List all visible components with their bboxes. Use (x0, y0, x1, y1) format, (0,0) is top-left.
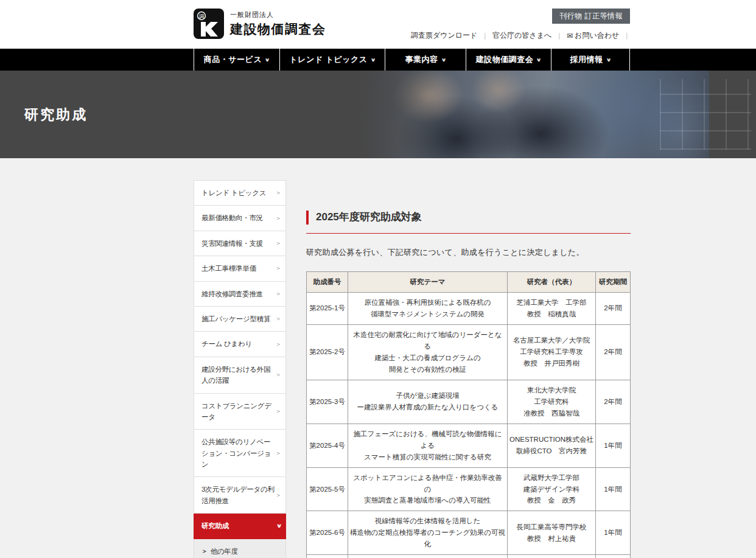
table-row: 第2025-6号視線情報等の生体情報を活用した 構造物の定期点検指導者のコーチン… (307, 511, 631, 555)
utility-link-2[interactable]: 官公庁の皆さまへ (492, 30, 551, 41)
chevron-right-icon: ＞ (275, 263, 281, 273)
sidebar-item-5[interactable]: 維持改修調査委推進＞ (194, 282, 286, 307)
chevron-right-icon: ＞ (275, 239, 281, 248)
grant-no-cell: 第2025-7号 (307, 555, 348, 558)
corrections-badge[interactable]: 刊行物 訂正等情報 (552, 9, 630, 24)
logo-text: 一般財団法人 建設物価調査会 (230, 10, 326, 38)
sidebar-item-10[interactable]: 公共施設等のリノベーション・コンバージョン＞ (194, 430, 286, 477)
nav-item-label: 建設物価調査会 (476, 54, 534, 65)
chevron-down-icon: ∨ (265, 57, 271, 63)
header-inner: 調 一般財団法人 建設物価調査会 刊行物 訂正等情報 調査票ダウンロード｜官公庁… (194, 0, 630, 49)
site-header: 調 一般財団法人 建設物価調査会 刊行物 訂正等情報 調査票ダウンロード｜官公庁… (0, 0, 756, 49)
chevron-right-icon: ＞ (275, 448, 281, 458)
sidebar-item-label: 研究助成 (201, 522, 229, 529)
nav-item-label: 事業内容 (405, 54, 438, 65)
utility-nav: 調査票ダウンロード｜官公庁の皆さまへ｜✉お問い合わせ｜ (411, 30, 630, 41)
chevron-right-icon: ＞ (275, 289, 281, 299)
period-cell: 2年間 (596, 324, 631, 380)
sidebar-item-label: 最新価格動向・市況 (201, 214, 263, 221)
table-row: 第2025-2号木造住宅の耐震化に向けて地域のリーダーとなる 建築士・大工の養成… (307, 324, 631, 380)
sidebar-item-4[interactable]: 土木工事標準単価＞ (194, 256, 286, 281)
nav-item-5[interactable]: 採用情報∨ (551, 49, 630, 71)
researcher-cell: 長岡工業高等専門学校 教授 村上祐貴 (508, 511, 596, 555)
researcher-cell: 芝浦工業大学 工学部 教授 稲積真哉 (508, 292, 596, 324)
sidebar-item-label: 他の年度 (211, 546, 238, 557)
col-header-period: 研究期間 (596, 271, 631, 292)
nav-item-label: トレンド トピックス (289, 54, 367, 65)
grant-no-cell: 第2025-4号 (307, 424, 348, 467)
utility-link-3[interactable]: ✉お問い合わせ (567, 30, 619, 41)
period-cell: 1年間 (596, 467, 631, 511)
utility-link-1[interactable]: 調査票ダウンロード (411, 30, 477, 41)
grant-table: 助成番号 研究テーマ 研究者（代表） 研究期間 第2025-1号原位置補強・再利… (306, 271, 631, 558)
sidebar-item-label: 公共施設等のリノベーション・コンバージョン (201, 438, 271, 468)
sidebar-item-7[interactable]: チーム ひまわり＞ (194, 332, 286, 357)
theme-cell: 視線情報等の生体情報を活用した 構造物の定期点検指導者のコーチング効果の可視化 (348, 511, 508, 555)
hero-banner: 研究助成 (0, 71, 756, 158)
nav-list: 商品・サービス∨トレンド トピックス∨事業内容∨建設物価調査会∨採用情報∨ (194, 49, 630, 71)
sidebar-item-11[interactable]: 3次元モデルデータの利活用推進＞ (194, 477, 286, 514)
grant-no-cell: 第2025-1号 (307, 292, 348, 324)
grant-no-cell: 第2025-6号 (307, 511, 348, 555)
hero-collage-overlay (660, 79, 751, 150)
nav-item-2[interactable]: トレンド トピックス∨ (279, 49, 385, 71)
grant-no-cell: 第2025-5号 (307, 467, 348, 511)
nav-item-1[interactable]: 商品・サービス∨ (194, 49, 279, 71)
sidebar-item-3[interactable]: 災害関連情報・支援＞ (194, 231, 286, 256)
table-row: 第2025-3号子供が遊ぶ建築現場 ー建設業界人材育成の新たな入り口をつくる東北… (307, 380, 631, 424)
theme-cell: 施工フェーズにおける、機械可読な物価情報による スマート積算の実現可能性に関する… (348, 424, 508, 467)
chevron-right-icon: ＞ (275, 406, 281, 416)
sidebar-item-6[interactable]: 施工パッケージ型積算＞ (194, 307, 286, 332)
content-area: トレンド トピックス＞最新価格動向・市況＞災害関連情報・支援＞土木工事標準単価＞… (194, 158, 630, 558)
svg-text:調: 調 (199, 13, 205, 19)
chevron-right-icon: ＞ (275, 214, 281, 223)
intro-text: 研究助成公募を行い、下記研究について、助成を行うことに決定しました。 (306, 247, 631, 258)
period-cell: 2年間 (596, 292, 631, 324)
grant-table-head: 助成番号 研究テーマ 研究者（代表） 研究期間 (307, 271, 631, 292)
section-title: 2025年度研究助成対象 (306, 207, 631, 234)
separator: ｜ (481, 31, 488, 40)
sidebar-item-12[interactable]: 研究助成∨ (194, 514, 286, 539)
mail-icon: ✉ (567, 32, 573, 40)
header-right: 刊行物 訂正等情報 調査票ダウンロード｜官公庁の皆さまへ｜✉お問い合わせ｜ (411, 0, 630, 49)
sidebar-item-8[interactable]: 建設分野における外国人の活躍＞ (194, 357, 286, 394)
chevron-down-icon: ∨ (370, 57, 376, 63)
period-cell: 2年間 (596, 555, 631, 558)
chevron-right-icon: ＞ (275, 314, 281, 324)
chevron-down-icon: ∨ (606, 57, 612, 63)
theme-cell: 原位置補強・再利用技術による既存杭の 循環型マネジメントシステムの開発 (348, 292, 508, 324)
chevron-right-icon: ＞ (275, 490, 281, 500)
researcher-cell: ONESTRUCTION株式会社 取締役CTO 宮内芳雅 (508, 424, 596, 467)
period-cell: 1年間 (596, 511, 631, 555)
org-name: 建設物価調査会 (230, 21, 326, 38)
nav-item-label: 商品・サービス (204, 54, 262, 65)
table-row: 第2025-4号施工フェーズにおける、機械可読な物価情報による スマート積算の実… (307, 424, 631, 467)
sidebar-item-label: チーム ひまわり (201, 340, 252, 347)
chevron-down-icon: ∨ (276, 521, 282, 530)
grant-no-cell: 第2025-3号 (307, 380, 348, 424)
grant-no-cell: 第2025-2号 (307, 324, 348, 380)
chevron-right-icon: ＞ (275, 340, 281, 349)
researcher-cell: 東北大学大学院 工学研究科 准教授 西脇智哉 (508, 380, 596, 424)
table-row: 第2025-5号スポットエアコンによる熱中症・作業効率改善の 実態調査と蒸暑地域… (307, 467, 631, 511)
sidebar-item-1[interactable]: トレンド トピックス＞ (194, 180, 286, 206)
researcher-cell: 東北大学 タフ・サイバーフィジカル AI研究センター センター長 大野和則 (508, 555, 596, 558)
sidebar-item-9[interactable]: コストプランニングデータ＞ (194, 394, 286, 430)
nav-item-3[interactable]: 事業内容∨ (385, 49, 466, 71)
section-title-text: 2025年度研究助成対象 (306, 211, 422, 225)
sidebar-item-label: 災害関連情報・支援 (201, 240, 263, 247)
col-header-grant-no: 助成番号 (307, 271, 348, 292)
sidebar-item-13[interactable]: ＞他の年度 (194, 539, 286, 558)
hero-photo (358, 71, 709, 158)
grant-table-header-row: 助成番号 研究テーマ 研究者（代表） 研究期間 (307, 271, 631, 292)
site-logo[interactable]: 調 一般財団法人 建設物価調査会 (194, 8, 326, 40)
theme-cell: 可搬型の自走式コンクリート 3Dプリンタの開発 (348, 555, 508, 558)
logo-icon: 調 (194, 9, 224, 39)
theme-cell: スポットエアコンによる熱中症・作業効率改善の 実態調査と蒸暑地域市場への導入可能… (348, 467, 508, 511)
page: 調 一般財団法人 建設物価調査会 刊行物 訂正等情報 調査票ダウンロード｜官公庁… (0, 0, 756, 558)
org-type: 一般財団法人 (230, 10, 326, 19)
chevron-right-icon: ＞ (275, 370, 281, 380)
col-header-theme: 研究テーマ (348, 271, 508, 292)
sidebar-item-2[interactable]: 最新価格動向・市況＞ (194, 206, 286, 231)
nav-item-4[interactable]: 建設物価調査会∨ (466, 49, 551, 71)
